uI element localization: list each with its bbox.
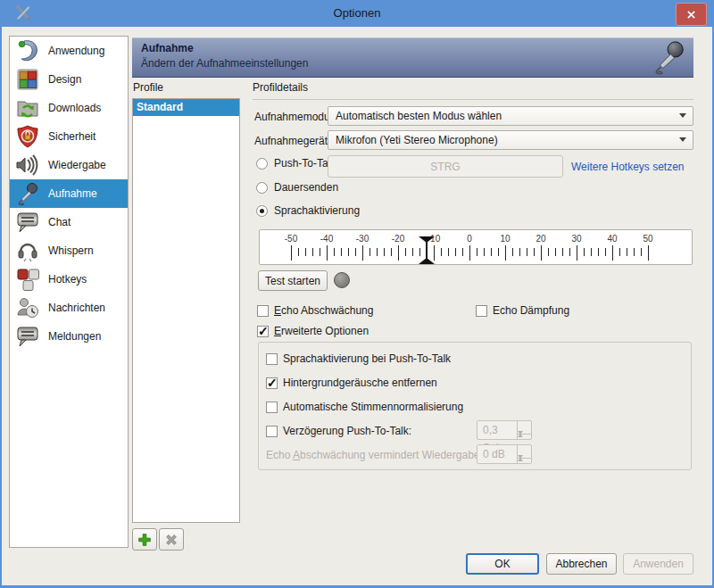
- radio-continuous[interactable]: Dauersenden: [256, 181, 338, 194]
- scale-tick: [541, 245, 542, 261]
- spin-down-icon: [518, 459, 531, 471]
- scale-tick: [305, 248, 306, 256]
- sidebar-item-label: Nachrichten: [48, 302, 105, 314]
- checkbox-icon[interactable]: [266, 377, 278, 389]
- scale-tick: [555, 248, 556, 256]
- scale-tick: [448, 248, 449, 256]
- checkbox-ptt-delay[interactable]: Verzögerung Push-To-Talk:: [266, 425, 411, 437]
- checkbox-echo-reduction[interactable]: Echo Abschwächung: [257, 304, 373, 317]
- radio-push-to-talk[interactable]: Push-To-Talk: [256, 157, 336, 170]
- scale-tick: [562, 248, 563, 256]
- profile-list-item[interactable]: Standard: [133, 99, 239, 116]
- window-title: Optionen: [0, 6, 714, 20]
- profile-list[interactable]: Standard: [132, 98, 240, 523]
- checkbox-label: Verzögerung Push-To-Talk:: [283, 425, 411, 437]
- sidebar-item-meldungen[interactable]: Meldungen: [10, 322, 128, 351]
- sidebar-item-label: Chat: [48, 216, 71, 228]
- radio-icon[interactable]: [256, 182, 268, 194]
- scale-tick: [484, 248, 485, 256]
- divider: [253, 99, 693, 100]
- profile-section-label: Profile: [133, 81, 163, 94]
- sidebar-item-anwendung[interactable]: Anwendung: [10, 37, 128, 65]
- capture-device-select[interactable]: Mikrofon (Yeti Stereo Microphone): [328, 130, 693, 150]
- sidebar-item-nachrichten[interactable]: Nachrichten: [10, 294, 128, 322]
- sidebar-item-label: Meldungen: [48, 330, 101, 343]
- capture-device-label: Aufnahmegerät:: [254, 135, 330, 147]
- sidebar-item-downloads[interactable]: Downloads: [10, 94, 128, 122]
- checkbox-vad-ptt[interactable]: Sprachaktivierung bei Push-To-Talk: [266, 352, 451, 365]
- chevron-down-icon: [679, 137, 686, 142]
- chat-bubble-icon: [15, 210, 40, 235]
- capture-mode-label: Aufnahmemodus:: [254, 111, 338, 123]
- checkbox-label: Automatische Stimmennormalisierung: [283, 401, 463, 413]
- sidebar-item-label: Hotkeys: [48, 273, 87, 286]
- voice-activation-slider[interactable]: -50-40-30-20-1001020304050: [259, 229, 693, 265]
- checkbox-icon[interactable]: [266, 426, 278, 437]
- checkbox-icon[interactable]: [266, 353, 278, 365]
- ptt-delay-spinner: 0,3 Sek: [477, 420, 532, 440]
- sidebar-item-label: Downloads: [48, 102, 101, 114]
- scale-label: -30: [356, 234, 369, 244]
- checkbox-auto-normalize[interactable]: Automatische Stimmennormalisierung: [266, 401, 463, 413]
- scale-tick: [334, 248, 335, 256]
- plus-icon: [137, 532, 153, 548]
- radio-voice-activation[interactable]: Sprachaktivierung: [256, 204, 360, 217]
- sidebar-item-label: Wiedergabe: [48, 159, 106, 171]
- more-hotkeys-link[interactable]: Weitere Hotkeys setzen: [571, 161, 685, 173]
- slider-handle[interactable]: [418, 236, 436, 264]
- ok-label: OK: [494, 558, 510, 570]
- scale-tick: [641, 248, 642, 256]
- close-icon: [686, 10, 696, 20]
- scale-tick: [298, 248, 299, 256]
- checkbox-icon[interactable]: [257, 326, 269, 337]
- scale-tick: [320, 248, 320, 256]
- ok-button[interactable]: OK: [466, 553, 539, 575]
- scale-tick: [491, 248, 492, 256]
- page-subtitle: Ändern der Aufnahmeeinstellungen: [141, 57, 308, 70]
- sidebar-item-label: Sicherheit: [48, 130, 95, 143]
- radio-icon[interactable]: [256, 205, 268, 217]
- start-test-button[interactable]: Test starten: [258, 270, 328, 291]
- teamspeak-icon: [15, 38, 40, 63]
- sidebar-item-sicherheit[interactable]: Sicherheit: [10, 122, 128, 151]
- sidebar-item-design[interactable]: Design: [10, 65, 128, 94]
- radio-icon[interactable]: [256, 158, 268, 170]
- scale-tick: [498, 248, 499, 256]
- sidebar-item-wiedergabe[interactable]: Wiedergabe: [10, 151, 128, 179]
- page-title: Aufnahme: [141, 42, 194, 54]
- delete-icon: [163, 532, 179, 548]
- scale-tick: [377, 248, 378, 256]
- sidebar-item-whispern[interactable]: Whispern: [10, 236, 128, 265]
- scale-tick: [605, 248, 606, 256]
- cancel-button[interactable]: Abbrechen: [546, 553, 617, 575]
- scale-tick: [391, 248, 392, 256]
- echo-playback-spinner: 0 dB: [477, 444, 532, 464]
- advanced-options-group: Sprachaktivierung bei Push-To-Talk Hinte…: [258, 342, 692, 470]
- scale-label: 0: [467, 234, 472, 244]
- sidebar-item-hotkeys[interactable]: Hotkeys: [10, 265, 128, 294]
- design-icon: [15, 67, 40, 92]
- checkbox-noise-removal[interactable]: Hintergrundgeräusche entfernen: [266, 377, 437, 389]
- scale-tick: [441, 248, 442, 256]
- voice-level-led: [334, 272, 350, 288]
- start-test-label: Test starten: [265, 275, 320, 287]
- scale-tick: [612, 245, 613, 261]
- checkbox-advanced-options[interactable]: Erweiterte Optionen: [257, 325, 369, 337]
- checkbox-echo-damping[interactable]: Echo Dämpfung: [476, 304, 569, 317]
- headphones-icon: [15, 238, 40, 263]
- sidebar-item-label: Anwendung: [48, 45, 104, 57]
- checkbox-icon[interactable]: [476, 305, 487, 317]
- scale-tick: [348, 248, 349, 256]
- scale-tick: [455, 248, 456, 256]
- close-button[interactable]: [676, 3, 707, 26]
- add-profile-button[interactable]: [132, 528, 157, 551]
- checkbox-icon[interactable]: [257, 305, 269, 317]
- capture-mode-select[interactable]: Automatisch besten Modus wählen: [328, 106, 693, 126]
- checkbox-icon[interactable]: [266, 402, 278, 413]
- sidebar-item-chat[interactable]: Chat: [10, 208, 128, 236]
- checkbox-label: Echo Abschwächung: [274, 304, 373, 317]
- capture-device-value: Mikrofon (Yeti Stereo Microphone): [336, 134, 498, 146]
- scale-tick: [591, 248, 592, 256]
- microphone-icon: [15, 181, 40, 206]
- sidebar-item-aufnahme[interactable]: Aufnahme: [10, 179, 128, 208]
